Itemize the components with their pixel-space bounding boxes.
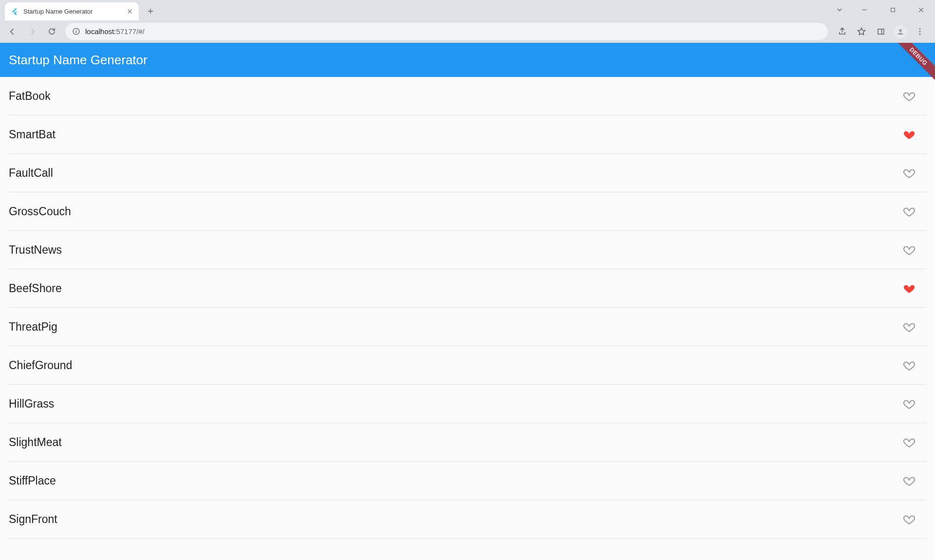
- startup-name-label: FatBook: [9, 90, 51, 103]
- svg-point-9: [919, 33, 921, 35]
- list-item[interactable]: StiffPlace: [9, 462, 926, 500]
- list-item[interactable]: GrossCouch: [9, 192, 926, 231]
- window-controls: [829, 0, 935, 19]
- heart-outline-icon[interactable]: [902, 435, 916, 449]
- startup-name-label: FaultCall: [9, 167, 53, 180]
- tab-title: Startup Name Generator: [23, 8, 121, 15]
- svg-rect-2: [76, 31, 76, 33]
- heart-outline-icon[interactable]: [902, 166, 916, 180]
- startup-name-label: SmartBat: [9, 128, 56, 141]
- heart-filled-icon[interactable]: [902, 281, 916, 296]
- svg-point-7: [919, 28, 921, 30]
- browser-toolbar: localhost:57177/#/: [0, 20, 935, 42]
- list-item[interactable]: FaultCall: [9, 154, 926, 192]
- heart-outline-icon[interactable]: [902, 204, 916, 219]
- heart-filled-icon[interactable]: [902, 127, 916, 142]
- nav-forward-button[interactable]: [23, 23, 41, 40]
- svg-rect-4: [878, 29, 884, 34]
- window-close-button[interactable]: [907, 0, 935, 19]
- share-icon[interactable]: [833, 23, 851, 40]
- kebab-menu-icon[interactable]: [911, 23, 929, 40]
- heart-outline-icon[interactable]: [902, 512, 916, 526]
- name-list[interactable]: FatBookSmartBatFaultCallGrossCouchTrustN…: [0, 77, 935, 539]
- svg-point-8: [919, 31, 921, 32]
- bookmark-star-icon[interactable]: [852, 23, 871, 40]
- startup-name-label: BeefShore: [9, 282, 62, 295]
- startup-name-label: GrossCouch: [9, 205, 71, 218]
- heart-outline-icon[interactable]: [902, 473, 916, 488]
- heart-outline-icon[interactable]: [902, 319, 916, 334]
- list-item[interactable]: ThreatPig: [9, 308, 926, 346]
- tab-close-icon[interactable]: [126, 8, 133, 15]
- list-item[interactable]: TrustNews: [9, 231, 926, 269]
- heart-outline-icon[interactable]: [902, 396, 916, 411]
- list-item[interactable]: SlightMeat: [9, 423, 926, 462]
- app-viewport: Startup Name Generator DEBUG FatBookSmar…: [0, 43, 935, 560]
- list-item[interactable]: FatBook: [9, 77, 926, 115]
- site-info-icon[interactable]: [72, 27, 80, 36]
- url-path: 57177/#/: [116, 27, 144, 36]
- startup-name-label: HillGrass: [9, 397, 54, 411]
- nav-back-button[interactable]: [4, 23, 21, 40]
- side-panel-icon[interactable]: [872, 23, 890, 40]
- window-maximize-button[interactable]: [879, 0, 907, 19]
- heart-outline-icon[interactable]: [902, 358, 916, 373]
- heart-outline-icon[interactable]: [902, 89, 916, 103]
- svg-rect-0: [891, 8, 895, 12]
- window-minimize-button[interactable]: [850, 0, 879, 19]
- app-bar: Startup Name Generator DEBUG: [0, 43, 935, 77]
- nav-reload-button[interactable]: [43, 23, 60, 40]
- svg-rect-3: [76, 30, 76, 30]
- tab-strip: Startup Name Generator: [0, 0, 935, 20]
- startup-name-label: ThreatPig: [9, 320, 57, 334]
- new-tab-button[interactable]: [143, 3, 158, 19]
- browser-tab[interactable]: Startup Name Generator: [5, 2, 139, 20]
- startup-name-label: SignFront: [9, 513, 57, 526]
- url-host: localhost:: [85, 27, 116, 36]
- heart-outline-icon[interactable]: [902, 243, 916, 257]
- tab-search-icon[interactable]: [829, 0, 850, 19]
- list-item[interactable]: SignFront: [9, 500, 926, 539]
- browser-chrome: Startup Name Generator: [0, 0, 935, 43]
- profile-avatar-icon[interactable]: [891, 23, 910, 40]
- list-item[interactable]: BeefShore: [9, 269, 926, 308]
- svg-point-6: [899, 29, 902, 32]
- startup-name-label: StiffPlace: [9, 474, 56, 487]
- app-title: Startup Name Generator: [9, 53, 148, 68]
- address-bar[interactable]: localhost:57177/#/: [65, 23, 828, 40]
- list-item[interactable]: SmartBat: [9, 115, 926, 154]
- flutter-favicon-icon: [11, 8, 19, 16]
- toolbar-right-icons: [833, 23, 931, 40]
- list-item[interactable]: ChiefGround: [9, 346, 926, 385]
- list-item[interactable]: HillGrass: [9, 385, 926, 423]
- url-text: localhost:57177/#/: [85, 27, 821, 36]
- startup-name-label: ChiefGround: [9, 359, 72, 372]
- startup-name-label: SlightMeat: [9, 436, 62, 449]
- startup-name-label: TrustNews: [9, 243, 62, 257]
